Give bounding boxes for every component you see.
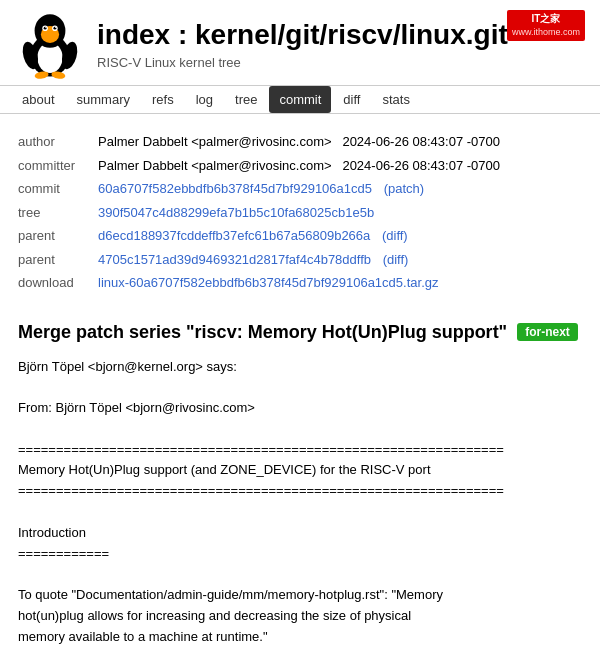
header-subtitle: RISC-V Linux kernel tree (97, 55, 508, 70)
meta-row-tree: tree 390f5047c4d88299efa7b1b5c10fa68025c… (18, 203, 582, 223)
commit-title-text: Merge patch series "riscv: Memory Hot(Un… (18, 322, 507, 343)
commit-section: Merge patch series "riscv: Memory Hot(Un… (0, 307, 600, 650)
meta-row-parent2: parent 4705c1571ad39d9469321d2817faf4c4b… (18, 250, 582, 270)
meta-label-parent1: parent (18, 226, 98, 246)
for-next-badge: for-next (517, 323, 578, 341)
svg-point-8 (45, 27, 46, 28)
nav-item-log[interactable]: log (186, 86, 223, 113)
ithome-badge: IT之家 www.ithome.com (507, 10, 585, 41)
meta-row-commit: commit 60a6707f582ebbdfb6b378f45d7bf9291… (18, 179, 582, 199)
download-link[interactable]: linux-60a6707f582ebbdfb6b378f45d7bf92910… (98, 275, 438, 290)
tree-hash-link[interactable]: 390f5047c4d88299efa7b1b5c10fa68025cb1e5b (98, 205, 374, 220)
meta-value-tree: 390f5047c4d88299efa7b1b5c10fa68025cb1e5b (98, 203, 374, 223)
ithome-label: IT之家 (532, 13, 561, 24)
meta-label-tree: tree (18, 203, 98, 223)
parent1-hash-link[interactable]: d6ecd188937fcddeffb37efc61b67a56809b266a (98, 228, 370, 243)
meta-value-parent2: 4705c1571ad39d9469321d2817faf4c4b78ddffb… (98, 250, 408, 270)
header-title: index : kernel/git/riscv/linux.git (97, 20, 508, 51)
meta-value-download: linux-60a6707f582ebbdfb6b378f45d7bf92910… (98, 273, 438, 293)
meta-label-commit: commit (18, 179, 98, 199)
meta-label-committer: committer (18, 156, 98, 176)
header: index : kernel/git/riscv/linux.git RISC-… (0, 0, 600, 85)
meta-value-parent1: d6ecd188937fcddeffb37efc61b67a56809b266a… (98, 226, 408, 246)
parent1-diff-link[interactable]: (diff) (382, 228, 408, 243)
meta-value-commit: 60a6707f582ebbdfb6b378f45d7bf929106a1cd5… (98, 179, 424, 199)
meta-value-author: Palmer Dabbelt <palmer@rivosinc.com> 202… (98, 132, 500, 152)
nav-item-stats[interactable]: stats (372, 86, 419, 113)
commit-title-row: Merge patch series "riscv: Memory Hot(Un… (18, 322, 582, 343)
meta-label-author: author (18, 132, 98, 152)
nav-item-diff[interactable]: diff (333, 86, 370, 113)
meta-value-committer: Palmer Dabbelt <palmer@rivosinc.com> 202… (98, 156, 500, 176)
nav-bar: about summary refs log tree commit diff … (0, 85, 600, 114)
nav-item-refs[interactable]: refs (142, 86, 184, 113)
meta-label-download: download (18, 273, 98, 293)
commit-body: Björn Töpel <bjorn@kernel.org> says: Fro… (18, 357, 582, 650)
commit-patch-link[interactable]: (patch) (384, 181, 424, 196)
nav-item-tree[interactable]: tree (225, 86, 267, 113)
parent2-hash-link[interactable]: 4705c1571ad39d9469321d2817faf4c4b78ddffb (98, 252, 371, 267)
tux-logo (15, 10, 85, 80)
ithome-url: www.ithome.com (512, 26, 580, 39)
meta-table: author Palmer Dabbelt <palmer@rivosinc.c… (0, 114, 600, 307)
meta-row-download: download linux-60a6707f582ebbdfb6b378f45… (18, 273, 582, 293)
svg-point-9 (55, 27, 56, 28)
meta-label-parent2: parent (18, 250, 98, 270)
meta-row-committer: committer Palmer Dabbelt <palmer@rivosin… (18, 156, 582, 176)
meta-row-author: author Palmer Dabbelt <palmer@rivosinc.c… (18, 132, 582, 152)
nav-item-commit[interactable]: commit (269, 86, 331, 113)
parent2-diff-link[interactable]: (diff) (383, 252, 409, 267)
svg-point-10 (45, 32, 55, 39)
commit-hash-link[interactable]: 60a6707f582ebbdfb6b378f45d7bf929106a1cd5 (98, 181, 372, 196)
meta-row-parent1: parent d6ecd188937fcddeffb37efc61b67a568… (18, 226, 582, 246)
header-text: index : kernel/git/riscv/linux.git RISC-… (97, 20, 508, 70)
nav-item-summary[interactable]: summary (67, 86, 140, 113)
nav-item-about[interactable]: about (12, 86, 65, 113)
